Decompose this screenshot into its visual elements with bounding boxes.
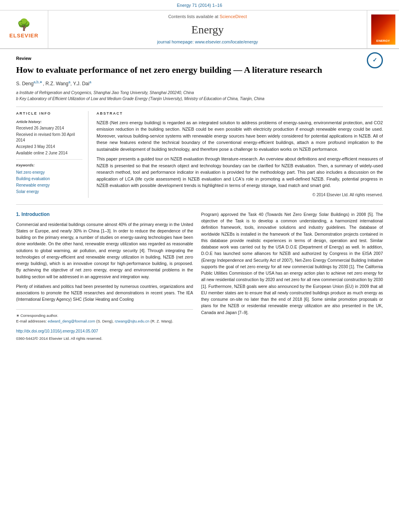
affiliation-a: a Institute of Refrigeration and Cryogen… bbox=[16, 90, 383, 96]
journal-cover-logo: ENERGY bbox=[367, 10, 399, 48]
keywords-list: Net zero energy Building evaluation Rene… bbox=[16, 169, 82, 195]
abstract-title: ABSTRACT bbox=[97, 111, 383, 116]
abstract-panel: ABSTRACT NZEB (Net zero energy building)… bbox=[97, 111, 383, 198]
main-body: 1. Introduction Commercial and residenti… bbox=[16, 204, 383, 342]
abstract-text: NZEB (Net zero energy building) is regar… bbox=[97, 119, 383, 189]
received-date: Received 26 January 2014 bbox=[16, 125, 82, 131]
intro-paragraph-1: Commercial and residential buildings con… bbox=[16, 221, 193, 280]
elsevier-logo: 🌳 ELSEVIER bbox=[0, 10, 48, 48]
author-dai: Y.J. Dai bbox=[73, 81, 89, 86]
intro-right-text: Program) approved the Task 40 (Towards N… bbox=[201, 211, 383, 316]
elsevier-brand: ELSEVIER bbox=[9, 32, 38, 39]
corresponding-author: ∗ Corresponding author. bbox=[16, 313, 193, 318]
intro-right-paragraph: Program) approved the Task 40 (Towards N… bbox=[201, 211, 383, 316]
journal-title: Energy bbox=[191, 22, 224, 37]
copyright-text: © 2014 Elsevier Ltd. All rights reserved… bbox=[97, 192, 383, 198]
received-revised-date: Received in revised form 30 April 2014 bbox=[16, 132, 82, 143]
affiliations: a Institute of Refrigeration and Cryogen… bbox=[16, 90, 383, 102]
crossmark-icon: ✓ bbox=[367, 52, 383, 68]
section-type: Review bbox=[16, 55, 383, 62]
footnote-section: ∗ Corresponding author. E-mail addresses… bbox=[16, 309, 193, 342]
accepted-date: Accepted 3 May 2014 bbox=[16, 144, 82, 150]
journal-header: 🌳 ELSEVIER Contents lists available at S… bbox=[0, 10, 399, 49]
authors-line: S. Denga,b,∗, R.Z. Wanga, Y.J. Daia bbox=[16, 80, 383, 87]
keyword-2[interactable]: Building evaluation bbox=[16, 177, 50, 181]
intro-paragraph-2: Plenty of initiatives and politics had b… bbox=[16, 283, 193, 303]
intro-header: 1. Introduction bbox=[16, 211, 193, 218]
available-date: Available online 2 June 2014 bbox=[16, 150, 82, 156]
history-label: Article history: bbox=[16, 119, 82, 125]
keywords-label: Keywords: bbox=[16, 163, 82, 168]
author-wang: R.Z. Wang bbox=[45, 81, 68, 86]
article-title: How to evaluate performance of net zero … bbox=[16, 64, 383, 76]
journal-homepage: journal homepage: www.elsevier.com/locat… bbox=[157, 39, 258, 45]
keyword-1[interactable]: Net zero energy bbox=[16, 170, 45, 175]
top-bar: Energy 71 (2014) 1–16 bbox=[0, 0, 399, 10]
info-abstract-section: ARTICLE INFO Article history: Received 2… bbox=[16, 107, 383, 198]
email-wang-link[interactable]: rzwang@sjtu.edu.cn bbox=[115, 319, 149, 323]
intro-body-text: Commercial and residential buildings con… bbox=[16, 221, 193, 303]
article-info-title: ARTICLE INFO bbox=[16, 111, 82, 116]
elsevier-tree-icon: 🌳 bbox=[17, 19, 31, 31]
contents-available: Contents lists available at ScienceDirec… bbox=[168, 14, 247, 20]
energy-cover-image: ENERGY bbox=[371, 14, 395, 45]
author-deng: S. Deng bbox=[16, 81, 33, 86]
email-deng-link[interactable]: edward_deng@foxmail.com bbox=[48, 319, 95, 323]
keyword-4[interactable]: Solar energy bbox=[16, 189, 39, 194]
abstract-paragraph-1: NZEB (Net zero energy building) is regar… bbox=[97, 119, 383, 153]
body-left-column: 1. Introduction Commercial and residenti… bbox=[16, 211, 193, 342]
affiliation-b: b Key Laboratory of Efficient Utilizatio… bbox=[16, 96, 383, 102]
article-info-panel: ARTICLE INFO Article history: Received 2… bbox=[16, 111, 88, 198]
journal-center: Contents lists available at ScienceDirec… bbox=[48, 10, 367, 48]
article-content: Review ✓ How to evaluate performance of … bbox=[0, 49, 399, 348]
citation-text: Energy 71 (2014) 1–16 bbox=[177, 3, 222, 8]
doi-line: http://dx.doi.org/10.1016/j.energy.2014.… bbox=[16, 328, 193, 334]
crossmark-badge: ✓ bbox=[367, 52, 383, 68]
energy-cover-text: ENERGY bbox=[376, 39, 390, 43]
body-right-column: Program) approved the Task 40 (Towards N… bbox=[201, 211, 383, 342]
page: Energy 71 (2014) 1–16 🌳 ELSEVIER Content… bbox=[0, 0, 399, 532]
keyword-3[interactable]: Renewable energy bbox=[16, 183, 49, 187]
info-divider bbox=[16, 159, 82, 160]
issn-line: 0360-5442/© 2014 Elsevier Ltd. All right… bbox=[16, 336, 193, 341]
email-addresses: E-mail addresses: edward_deng@foxmail.co… bbox=[16, 318, 193, 324]
doi-link[interactable]: http://dx.doi.org/10.1016/j.energy.2014.… bbox=[16, 329, 98, 333]
abstract-paragraph-2: This paper presents a guided tour on NZE… bbox=[97, 156, 383, 189]
homepage-link[interactable]: journal homepage: www.elsevier.com/locat… bbox=[157, 39, 258, 44]
sciencedirect-link[interactable]: ScienceDirect bbox=[220, 14, 247, 19]
